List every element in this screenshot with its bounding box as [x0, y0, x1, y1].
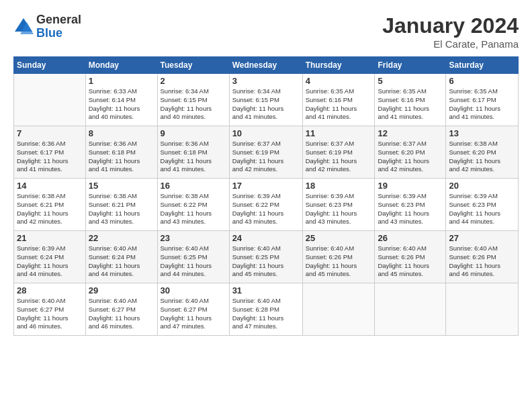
day-info: Sunrise: 6:34 AM Sunset: 6:15 PM Dayligh…: [161, 87, 226, 122]
day-number: 17: [232, 181, 300, 191]
week-row-2: 7Sunrise: 6:36 AM Sunset: 6:17 PM Daylig…: [14, 126, 519, 179]
day-info: Sunrise: 6:37 AM Sunset: 6:19 PM Dayligh…: [232, 140, 300, 174]
day-number: 13: [449, 128, 515, 138]
col-header-tuesday: Tuesday: [157, 57, 229, 74]
day-info: Sunrise: 6:40 AM Sunset: 6:25 PM Dayligh…: [161, 244, 226, 279]
day-number: 25: [306, 233, 372, 243]
day-info: Sunrise: 6:40 AM Sunset: 6:27 PM Dayligh…: [17, 297, 83, 331]
week-row-1: 1Sunrise: 6:33 AM Sunset: 6:14 PM Daylig…: [14, 74, 519, 126]
day-cell: 9Sunrise: 6:36 AM Sunset: 6:18 PM Daylig…: [157, 126, 229, 179]
day-cell: 1Sunrise: 6:33 AM Sunset: 6:14 PM Daylig…: [85, 74, 157, 126]
day-cell: 15Sunrise: 6:38 AM Sunset: 6:21 PM Dayli…: [85, 179, 157, 231]
day-cell: 4Sunrise: 6:35 AM Sunset: 6:16 PM Daylig…: [302, 74, 375, 126]
day-info: Sunrise: 6:37 AM Sunset: 6:19 PM Dayligh…: [306, 140, 372, 174]
day-cell: 26Sunrise: 6:40 AM Sunset: 6:26 PM Dayli…: [375, 231, 446, 283]
day-number: 31: [232, 285, 300, 295]
day-cell: 2Sunrise: 6:34 AM Sunset: 6:15 PM Daylig…: [157, 74, 229, 126]
day-info: Sunrise: 6:40 AM Sunset: 6:26 PM Dayligh…: [378, 244, 443, 279]
day-info: Sunrise: 6:36 AM Sunset: 6:17 PM Dayligh…: [17, 140, 83, 174]
day-cell: [375, 283, 446, 336]
day-cell: 28Sunrise: 6:40 AM Sunset: 6:27 PM Dayli…: [14, 283, 86, 336]
col-header-saturday: Saturday: [446, 57, 519, 74]
header-row: SundayMondayTuesdayWednesdayThursdayFrid…: [14, 57, 519, 74]
day-number: 16: [161, 181, 226, 191]
day-number: 21: [17, 233, 83, 243]
day-cell: 6Sunrise: 6:35 AM Sunset: 6:17 PM Daylig…: [446, 74, 519, 126]
col-header-monday: Monday: [85, 57, 157, 74]
day-cell: 20Sunrise: 6:39 AM Sunset: 6:23 PM Dayli…: [446, 179, 519, 231]
day-cell: 19Sunrise: 6:39 AM Sunset: 6:23 PM Dayli…: [375, 179, 446, 231]
day-cell: 24Sunrise: 6:40 AM Sunset: 6:25 PM Dayli…: [229, 231, 302, 283]
day-cell: 8Sunrise: 6:36 AM Sunset: 6:18 PM Daylig…: [85, 126, 157, 179]
day-cell: 14Sunrise: 6:38 AM Sunset: 6:21 PM Dayli…: [14, 179, 86, 231]
day-number: 18: [306, 181, 372, 191]
day-info: Sunrise: 6:40 AM Sunset: 6:27 PM Dayligh…: [89, 297, 154, 331]
col-header-thursday: Thursday: [302, 57, 375, 74]
day-number: 20: [449, 181, 515, 191]
page: General Blue January 2024 El Carate, Pan…: [0, 0, 532, 411]
logo-icon: [13, 17, 34, 37]
day-number: 6: [449, 76, 515, 86]
day-info: Sunrise: 6:36 AM Sunset: 6:18 PM Dayligh…: [161, 140, 226, 174]
day-info: Sunrise: 6:39 AM Sunset: 6:22 PM Dayligh…: [232, 192, 300, 226]
day-number: 24: [232, 233, 300, 243]
day-info: Sunrise: 6:40 AM Sunset: 6:27 PM Dayligh…: [161, 297, 226, 331]
calendar-subtitle: El Carate, Panama: [382, 38, 519, 50]
day-number: 3: [232, 76, 300, 86]
day-number: 23: [161, 233, 226, 243]
calendar-title: January 2024: [382, 13, 519, 38]
header: General Blue January 2024 El Carate, Pan…: [13, 13, 519, 50]
col-header-sunday: Sunday: [14, 57, 86, 74]
day-cell: 10Sunrise: 6:37 AM Sunset: 6:19 PM Dayli…: [229, 126, 302, 179]
day-info: Sunrise: 6:40 AM Sunset: 6:25 PM Dayligh…: [232, 244, 300, 279]
day-number: 2: [161, 76, 226, 86]
day-number: 7: [17, 128, 83, 138]
day-info: Sunrise: 6:39 AM Sunset: 6:23 PM Dayligh…: [378, 192, 443, 226]
day-number: 15: [89, 181, 154, 191]
day-number: 10: [232, 128, 300, 138]
day-number: 19: [378, 181, 443, 191]
week-row-5: 28Sunrise: 6:40 AM Sunset: 6:27 PM Dayli…: [14, 283, 519, 336]
day-info: Sunrise: 6:39 AM Sunset: 6:23 PM Dayligh…: [306, 192, 372, 226]
day-info: Sunrise: 6:34 AM Sunset: 6:15 PM Dayligh…: [232, 87, 300, 122]
day-cell: 23Sunrise: 6:40 AM Sunset: 6:25 PM Dayli…: [157, 231, 229, 283]
logo-blue-text: Blue: [36, 27, 81, 40]
logo-general-text: General: [36, 13, 81, 27]
day-info: Sunrise: 6:40 AM Sunset: 6:26 PM Dayligh…: [449, 244, 515, 279]
day-cell: [302, 283, 375, 336]
day-info: Sunrise: 6:38 AM Sunset: 6:22 PM Dayligh…: [161, 192, 226, 226]
day-info: Sunrise: 6:39 AM Sunset: 6:23 PM Dayligh…: [449, 192, 515, 226]
day-info: Sunrise: 6:36 AM Sunset: 6:18 PM Dayligh…: [89, 140, 154, 174]
day-cell: 11Sunrise: 6:37 AM Sunset: 6:19 PM Dayli…: [302, 126, 375, 179]
day-cell: 30Sunrise: 6:40 AM Sunset: 6:27 PM Dayli…: [157, 283, 229, 336]
day-cell: 5Sunrise: 6:35 AM Sunset: 6:16 PM Daylig…: [375, 74, 446, 126]
day-cell: 13Sunrise: 6:38 AM Sunset: 6:20 PM Dayli…: [446, 126, 519, 179]
day-number: 4: [306, 76, 372, 86]
logo: General Blue: [13, 13, 81, 40]
day-info: Sunrise: 6:37 AM Sunset: 6:20 PM Dayligh…: [378, 140, 443, 174]
col-header-friday: Friday: [375, 57, 446, 74]
day-info: Sunrise: 6:38 AM Sunset: 6:21 PM Dayligh…: [89, 192, 154, 226]
day-cell: 18Sunrise: 6:39 AM Sunset: 6:23 PM Dayli…: [302, 179, 375, 231]
day-cell: 3Sunrise: 6:34 AM Sunset: 6:15 PM Daylig…: [229, 74, 302, 126]
day-cell: 17Sunrise: 6:39 AM Sunset: 6:22 PM Dayli…: [229, 179, 302, 231]
day-number: 30: [161, 285, 226, 295]
day-cell: 7Sunrise: 6:36 AM Sunset: 6:17 PM Daylig…: [14, 126, 86, 179]
day-number: 8: [89, 128, 154, 138]
day-info: Sunrise: 6:40 AM Sunset: 6:26 PM Dayligh…: [306, 244, 372, 279]
day-number: 14: [17, 181, 83, 191]
day-cell: 21Sunrise: 6:39 AM Sunset: 6:24 PM Dayli…: [14, 231, 86, 283]
day-info: Sunrise: 6:39 AM Sunset: 6:24 PM Dayligh…: [17, 244, 83, 279]
day-number: 1: [89, 76, 154, 86]
day-number: 26: [378, 233, 443, 243]
day-number: 27: [449, 233, 515, 243]
day-cell: 16Sunrise: 6:38 AM Sunset: 6:22 PM Dayli…: [157, 179, 229, 231]
day-info: Sunrise: 6:38 AM Sunset: 6:20 PM Dayligh…: [449, 140, 515, 174]
day-info: Sunrise: 6:33 AM Sunset: 6:14 PM Dayligh…: [89, 87, 154, 122]
day-info: Sunrise: 6:40 AM Sunset: 6:28 PM Dayligh…: [232, 297, 300, 331]
day-cell: 27Sunrise: 6:40 AM Sunset: 6:26 PM Dayli…: [446, 231, 519, 283]
col-header-wednesday: Wednesday: [229, 57, 302, 74]
day-info: Sunrise: 6:35 AM Sunset: 6:16 PM Dayligh…: [378, 87, 443, 122]
day-cell: 22Sunrise: 6:40 AM Sunset: 6:24 PM Dayli…: [85, 231, 157, 283]
calendar-table: SundayMondayTuesdayWednesdayThursdayFrid…: [13, 56, 519, 336]
